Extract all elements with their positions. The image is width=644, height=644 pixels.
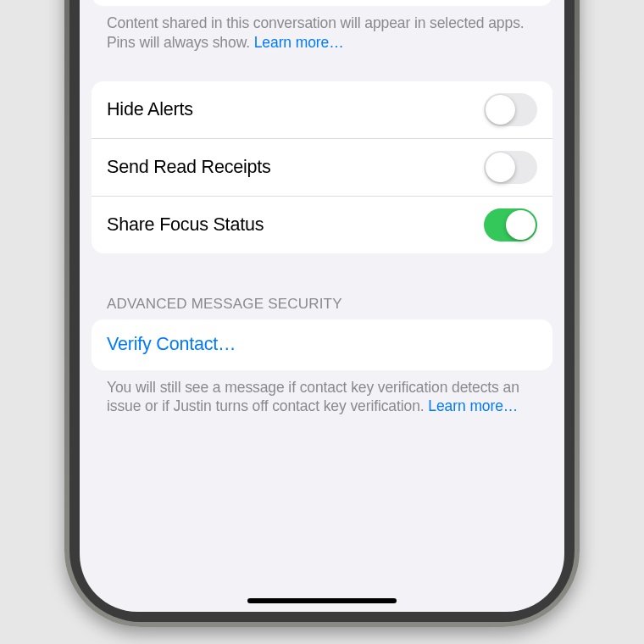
show-in-shared-with-you-row[interactable]: Show in Shared with You bbox=[92, 0, 552, 6]
share-focus-status-toggle[interactable] bbox=[484, 208, 537, 242]
advanced-message-security-header: ADVANCED MESSAGE SECURITY bbox=[92, 296, 552, 319]
verify-contact-row[interactable]: Verify Contact… bbox=[92, 319, 552, 370]
share-focus-status-label: Share Focus Status bbox=[107, 214, 264, 236]
send-read-receipts-label: Send Read Receipts bbox=[107, 157, 271, 178]
shared-with-you-group: Show in Shared with You bbox=[92, 0, 552, 6]
settings-screen: Show in Shared with You Content shared i… bbox=[80, 0, 564, 612]
notifications-group: Hide Alerts Send Read Receipts Share Foc… bbox=[92, 81, 552, 253]
advanced-message-security-group: Verify Contact… bbox=[92, 319, 552, 370]
home-indicator[interactable] bbox=[247, 598, 397, 603]
shared-with-you-footer: Content shared in this conversation will… bbox=[92, 6, 552, 53]
security-learn-more-link[interactable]: Learn more… bbox=[428, 397, 518, 414]
verify-contact-link[interactable]: Verify Contact… bbox=[107, 334, 236, 355]
hide-alerts-row[interactable]: Hide Alerts bbox=[92, 81, 552, 138]
security-footer: You will still see a message if contact … bbox=[92, 370, 552, 417]
share-focus-status-row[interactable]: Share Focus Status bbox=[92, 196, 552, 253]
hide-alerts-toggle[interactable] bbox=[484, 93, 537, 126]
shared-with-you-learn-more-link[interactable]: Learn more… bbox=[254, 34, 344, 51]
send-read-receipts-row[interactable]: Send Read Receipts bbox=[92, 138, 552, 196]
phone-frame: Show in Shared with You Content shared i… bbox=[64, 0, 580, 627]
send-read-receipts-toggle[interactable] bbox=[484, 151, 537, 184]
hide-alerts-label: Hide Alerts bbox=[107, 99, 193, 120]
